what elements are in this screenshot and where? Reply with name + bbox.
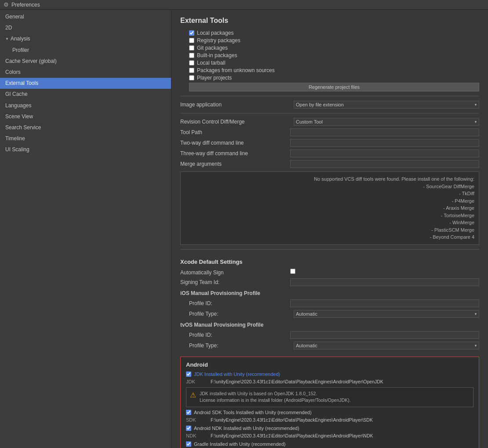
sidebar-item-languages[interactable]: Languages bbox=[0, 100, 171, 111]
ios-profile-type-row: Profile Type: Automatic bbox=[180, 310, 479, 318]
ios-provisioning-title-row: iOS Manual Provisioning Profile bbox=[180, 289, 479, 298]
regenerate-button[interactable]: Regenerate project files bbox=[189, 83, 479, 91]
ndk-checkbox-label: Android NDK Installed with Unity (recomm… bbox=[194, 426, 299, 431]
registry-packages-label: Registry packages bbox=[197, 37, 240, 44]
tvos-profile-type-label: Profile Type: bbox=[180, 342, 218, 349]
jdk-checkbox-label: JDK Installed with Unity (recommended) bbox=[194, 372, 280, 377]
ndk-path-value: F:\unityEngine\2020.3.43f1c1\Editor\Data… bbox=[211, 433, 373, 438]
sdk-label: SDK bbox=[186, 417, 211, 423]
main-layout: General 2D ▼ Analysis Profiler Cache Ser… bbox=[0, 10, 488, 448]
merge-arguments-input[interactable] bbox=[290, 160, 479, 168]
ndk-checkbox-row: Android NDK Installed with Unity (recomm… bbox=[186, 426, 473, 431]
ndk-path-row: NDK F:\unityEngine\2020.3.43f1c1\Editor\… bbox=[186, 432, 473, 440]
sdk-checkbox[interactable] bbox=[186, 410, 191, 415]
auto-sign-row: Automatically Sign bbox=[180, 269, 479, 276]
ios-provisioning-title: iOS Manual Provisioning Profile bbox=[180, 290, 260, 296]
signing-team-row: Signing Team Id: bbox=[180, 278, 479, 286]
two-way-diff-row: Two-way diff command line bbox=[180, 139, 479, 147]
tvos-profile-id-input[interactable] bbox=[290, 331, 479, 339]
revision-control-row: Revision Control Diff/Merge Custom Tool bbox=[180, 118, 479, 126]
sidebar-item-search-service[interactable]: Search Service bbox=[0, 122, 171, 133]
tool-path-row: Tool Path bbox=[180, 128, 479, 136]
analysis-expand-icon: ▼ bbox=[5, 36, 9, 42]
checkbox-row-player-projects: Player projects bbox=[180, 75, 479, 81]
revision-control-dropdown-wrapper: Custom Tool bbox=[294, 118, 479, 126]
sidebar-item-profiler[interactable]: Profiler bbox=[0, 45, 171, 56]
tvos-profile-type-row: Profile Type: Automatic bbox=[180, 342, 479, 350]
sidebar-item-scene-view[interactable]: Scene View bbox=[0, 111, 171, 122]
auto-sign-label: Automatically Sign bbox=[180, 270, 224, 276]
three-way-diff-row: Three-way diff command line bbox=[180, 149, 479, 157]
revision-control-dropdown[interactable]: Custom Tool bbox=[294, 118, 479, 126]
three-way-diff-input[interactable] bbox=[290, 149, 479, 157]
ios-profile-type-label: Profile Type: bbox=[180, 311, 218, 317]
sidebar-item-gi-cache[interactable]: GI Cache bbox=[0, 89, 171, 100]
vcs-tool-6: - WinMerge bbox=[449, 220, 474, 225]
local-packages-checkbox[interactable] bbox=[189, 30, 194, 36]
ios-profile-type-dropdown[interactable]: Automatic bbox=[294, 310, 479, 318]
section-title: External Tools bbox=[180, 17, 479, 25]
warning-icon: ⚠ bbox=[190, 391, 196, 399]
jdk-checkbox[interactable] bbox=[186, 372, 191, 377]
gradle-checkbox[interactable] bbox=[186, 441, 191, 447]
gradle-checkbox-label: Gradle Installed with Unity (recommended… bbox=[194, 441, 285, 447]
sdk-checkbox-row: Android SDK Tools Installed with Unity (… bbox=[186, 410, 473, 415]
ios-profile-id-input[interactable] bbox=[290, 299, 479, 307]
android-section: Android JDK Installed with Unity (recomm… bbox=[180, 357, 479, 448]
player-projects-checkbox[interactable] bbox=[189, 75, 194, 80]
jdk-checkbox-row: JDK Installed with Unity (recommended) bbox=[186, 372, 473, 377]
ios-profile-id-row: Profile ID: bbox=[180, 299, 479, 307]
tvos-profile-id-row: Profile ID: bbox=[180, 331, 479, 339]
title-bar-text: Preferences bbox=[11, 2, 40, 8]
sidebar-item-external-tools[interactable]: External Tools bbox=[0, 78, 171, 89]
sidebar-item-ui-scaling[interactable]: UI Scaling bbox=[0, 144, 171, 155]
title-bar: ⚙ Preferences bbox=[0, 0, 488, 10]
sidebar-item-analysis[interactable]: ▼ Analysis bbox=[0, 33, 171, 44]
gradle-checkbox-row: Gradle Installed with Unity (recommended… bbox=[186, 441, 473, 447]
local-tarball-label: Local tarball bbox=[197, 60, 226, 66]
image-application-dropdown[interactable]: Open by file extension bbox=[294, 101, 479, 109]
git-packages-label: Git packages bbox=[197, 45, 228, 51]
sidebar-item-general[interactable]: General bbox=[0, 11, 171, 22]
vcs-tool-4: - Araxis Merge bbox=[443, 205, 474, 211]
two-way-diff-input[interactable] bbox=[290, 139, 479, 147]
built-in-packages-checkbox[interactable] bbox=[189, 53, 194, 58]
three-way-diff-label: Three-way diff command line bbox=[180, 150, 248, 157]
tool-path-input[interactable] bbox=[290, 128, 479, 136]
vcs-tool-7: - PlasticSCM Merge bbox=[431, 227, 474, 233]
merge-arguments-label: Merge arguments bbox=[180, 161, 222, 167]
built-in-packages-label: Built-in packages bbox=[197, 52, 237, 58]
revision-control-label: Revision Control Diff/Merge bbox=[180, 119, 245, 125]
checkbox-row-registry-packages: Registry packages bbox=[180, 37, 479, 44]
package-checkboxes-block: Local packages Registry packages Git pac… bbox=[180, 30, 479, 91]
git-packages-checkbox[interactable] bbox=[189, 45, 194, 51]
checkbox-row-local-tarball: Local tarball bbox=[180, 60, 479, 66]
merge-arguments-row: Merge arguments bbox=[180, 160, 479, 168]
checkbox-row-packages-unknown: Packages from unknown sources bbox=[180, 67, 479, 73]
packages-unknown-label: Packages from unknown sources bbox=[197, 67, 275, 73]
sidebar-item-2d[interactable]: 2D bbox=[0, 22, 171, 33]
jdk-warning-box: ⚠ JDK installed with Unity is based on O… bbox=[186, 387, 473, 408]
jdk-label: JDK bbox=[186, 379, 211, 384]
jdk-path-value: F:\unityEngine\2020.3.43f1c1\Editor\Data… bbox=[211, 379, 383, 384]
ndk-checkbox[interactable] bbox=[186, 426, 191, 431]
auto-sign-checkbox[interactable] bbox=[290, 269, 295, 274]
android-title: Android bbox=[186, 361, 473, 368]
tvos-provisioning-title-row: tvOS Manual Provisioning Profile bbox=[180, 321, 479, 329]
sidebar-item-timeline[interactable]: Timeline bbox=[0, 133, 171, 144]
jdk-warning-text: JDK installed with Unity is based on Ope… bbox=[200, 390, 351, 404]
tvos-profile-id-label: Profile ID: bbox=[180, 332, 212, 338]
vcs-tool-5: - TortoiseMerge bbox=[441, 213, 474, 218]
sidebar-item-cache-server[interactable]: Cache Server (global) bbox=[0, 56, 171, 67]
local-tarball-checkbox[interactable] bbox=[189, 60, 194, 66]
sidebar: General 2D ▼ Analysis Profiler Cache Ser… bbox=[0, 10, 171, 448]
content-area: External Tools Local packages Registry p… bbox=[171, 10, 488, 448]
sidebar-item-colors[interactable]: Colors bbox=[0, 67, 171, 78]
signing-team-input[interactable] bbox=[290, 278, 479, 286]
checkbox-row-git-packages: Git packages bbox=[180, 45, 479, 51]
tvos-profile-type-dropdown[interactable]: Automatic bbox=[294, 342, 479, 350]
local-packages-label: Local packages bbox=[197, 30, 233, 36]
packages-unknown-checkbox[interactable] bbox=[189, 68, 194, 73]
ndk-label: NDK bbox=[186, 433, 211, 438]
registry-packages-checkbox[interactable] bbox=[189, 38, 194, 43]
